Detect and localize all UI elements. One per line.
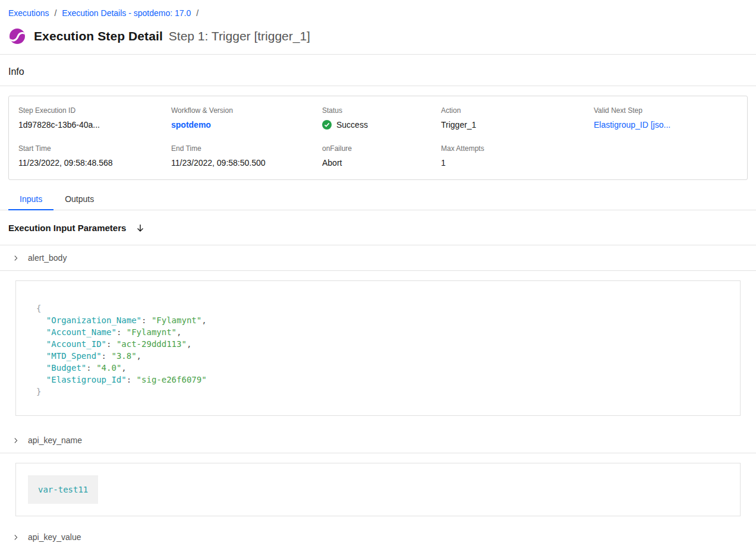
chevron-right-icon — [12, 437, 19, 444]
api-key-name-value: var-test11 — [28, 475, 98, 504]
param-name: api_key_value — [28, 532, 81, 542]
tab-outputs[interactable]: Outputs — [53, 188, 105, 210]
breadcrumb-link-executions[interactable]: Executions — [8, 8, 49, 18]
field-step-execution-id: Step Execution ID 1d97828c-13b6-40a... — [18, 106, 171, 130]
json-line: Account_Name: Fylamynt, — [36, 326, 720, 338]
param-row-api-key-value[interactable]: api_key_value — [0, 525, 756, 546]
field-label: Valid Next Step — [594, 106, 738, 115]
json-line: { — [36, 302, 720, 314]
field-max-attempts: Max Attempts 1 — [441, 144, 594, 168]
field-value: Trigger_1 — [441, 120, 594, 130]
breadcrumb: Executions / Execution Details - spotdem… — [0, 0, 756, 18]
json-line: Budget: 4.0, — [36, 362, 720, 374]
breadcrumb-link-execution-details[interactable]: Execution Details - spotdemo: 17.0 — [62, 8, 191, 18]
field-label: Action — [441, 106, 594, 115]
params-header-title: Execution Input Parameters — [8, 223, 126, 233]
alert-body-json-panel: { Organization_Name: Fylamynt, Account_N… — [15, 280, 741, 416]
page-subtitle: Step 1: Trigger [trigger_1] — [169, 29, 310, 43]
field-value: 11/23/2022, 09:58:50.500 — [171, 158, 322, 168]
field-start-time: Start Time 11/23/2022, 09:58:48.568 — [18, 144, 171, 168]
chevron-right-icon — [12, 255, 19, 261]
param-name: api_key_name — [28, 435, 82, 445]
json-line: MTD_Spend: 3.8, — [36, 350, 720, 362]
chevron-right-icon — [12, 534, 19, 541]
field-label: End Time — [171, 144, 322, 153]
tab-inputs[interactable]: Inputs — [8, 188, 53, 210]
success-check-icon — [322, 120, 332, 130]
json-code-block: { Organization_Name: Fylamynt, Account_N… — [36, 302, 720, 397]
json-line: Elastigroup_Id: sig-e26f6079 — [36, 374, 720, 386]
fylamynt-logo-icon — [8, 27, 26, 45]
field-onfailure: onFailure Abort — [322, 144, 441, 168]
info-card: Step Execution ID 1d97828c-13b6-40a... W… — [8, 96, 748, 180]
status-text: Success — [336, 120, 368, 130]
page-header: Execution Step Detail Step 1: Trigger [t… — [0, 27, 756, 54]
field-value: Abort — [322, 158, 441, 168]
field-valid-next-step: Valid Next Step Elastigroup_ID [jso... — [594, 106, 738, 130]
field-label: Max Attempts — [441, 144, 594, 153]
field-label: Start Time — [18, 144, 171, 153]
page-title: Execution Step Detail — [34, 29, 163, 43]
field-label: Workflow & Version — [171, 106, 322, 115]
next-step-link[interactable]: Elastigroup_ID [jso... — [594, 120, 738, 130]
json-line: Account_ID: act-29ddd113, — [36, 338, 720, 350]
json-line: Organization_Name: Fylamynt, — [36, 314, 720, 326]
field-label: Step Execution ID — [18, 106, 171, 115]
field-value: 11/23/2022, 09:58:48.568 — [18, 158, 171, 168]
breadcrumb-separator: / — [54, 8, 56, 18]
execution-input-parameters-header: Execution Input Parameters — [0, 210, 756, 245]
breadcrumb-separator: / — [196, 8, 199, 18]
tab-bar: Inputs Outputs — [0, 188, 756, 210]
param-row-api-key-name[interactable]: api_key_name — [0, 428, 756, 453]
field-status: Status Success — [322, 106, 441, 130]
divider — [0, 86, 756, 86]
field-label: onFailure — [322, 144, 441, 153]
api-key-name-panel: var-test11 — [15, 463, 741, 516]
param-row-alert-body[interactable]: alert_body — [0, 245, 756, 271]
field-value: 1d97828c-13b6-40a... — [18, 120, 171, 130]
workflow-link[interactable]: spotdemo — [171, 120, 322, 130]
field-workflow-version: Workflow & Version spotdemo — [171, 106, 322, 130]
json-line: } — [36, 386, 720, 397]
field-end-time: End Time 11/23/2022, 09:58:50.500 — [171, 144, 322, 168]
arrow-down-icon[interactable] — [136, 223, 145, 233]
info-section-heading: Info — [0, 55, 756, 86]
field-label: Status — [322, 106, 441, 115]
param-name: alert_body — [28, 253, 67, 263]
status-badge: Success — [322, 120, 441, 130]
field-value: 1 — [441, 158, 594, 168]
field-action: Action Trigger_1 — [441, 106, 594, 130]
